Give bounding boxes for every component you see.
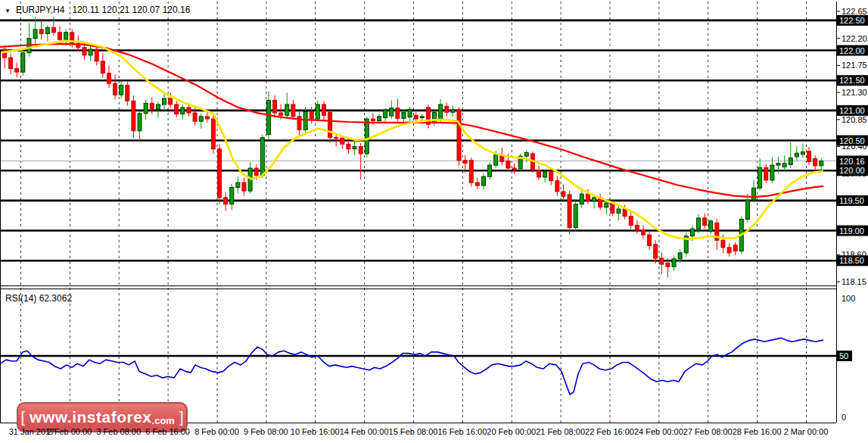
chart-dropdown-icon[interactable]: ▼	[5, 8, 11, 14]
chart-title: ▼ EURJPY,H4 120.11 120.21 120.07 120.16	[5, 5, 190, 15]
candle-body	[641, 230, 645, 235]
candle-body	[322, 105, 325, 115]
price-axis-badges[interactable]: 122.50122.00121.50121.00120.50120.00119.…	[837, 15, 868, 266]
rsi-tick-label: 0	[842, 413, 846, 422]
candle-body	[150, 103, 154, 109]
candle-body	[371, 119, 375, 120]
price-badge-label: 121.50	[839, 76, 865, 85]
candle-body	[39, 30, 43, 34]
candle-body	[481, 176, 485, 186]
candle-body	[402, 112, 406, 118]
candle-body	[101, 61, 104, 73]
candle-body	[580, 194, 583, 204]
candle-body	[654, 245, 658, 258]
candle-body	[666, 263, 670, 267]
candle-body	[384, 110, 387, 117]
candle-body	[660, 258, 664, 264]
rsi-indicator-label: RSI(14) 62.3062	[5, 293, 72, 304]
candle-body	[114, 83, 117, 95]
candle-body	[120, 86, 123, 95]
candle-body	[266, 100, 270, 134]
candle-body	[378, 117, 381, 121]
price-tick-label: 118.15	[842, 277, 866, 286]
candle-body	[254, 168, 258, 176]
candle-body	[814, 158, 817, 166]
candle-body	[51, 27, 55, 32]
candle-body	[303, 111, 307, 129]
candle-body	[703, 218, 707, 226]
candle-body	[162, 98, 166, 105]
candle-body	[347, 144, 350, 148]
candle-body	[89, 49, 92, 55]
candle-body	[211, 119, 215, 149]
candle-body	[359, 146, 362, 154]
candle-body	[439, 105, 443, 120]
candle-body	[445, 106, 449, 112]
candle-body	[205, 117, 209, 119]
candle-body	[696, 218, 700, 229]
price-tick-label: 122.65	[842, 7, 867, 16]
price-badge-label: 120.50	[839, 136, 865, 145]
candle-body	[260, 138, 264, 176]
candle-body	[21, 53, 25, 72]
candle-body	[126, 86, 129, 101]
symbol-timeframe-label: EURJPY,H4	[16, 5, 64, 15]
candle-body	[224, 198, 228, 204]
candle-body	[709, 221, 713, 231]
candle-body	[506, 161, 510, 169]
logo-bracket-left: [	[21, 409, 26, 426]
candle-body	[230, 187, 234, 204]
candle-body	[776, 164, 780, 165]
candle-body	[807, 151, 811, 161]
price-chart-canvas[interactable]: 122.65122.20121.75121.30120.85120.40119.…	[0, 0, 868, 443]
candle-body	[678, 253, 682, 259]
candle-body	[193, 113, 197, 121]
candle-body	[365, 119, 369, 154]
candle-body	[690, 229, 694, 236]
candle-body	[242, 183, 246, 191]
candle-body	[648, 235, 652, 245]
candle-body	[549, 172, 553, 181]
ma-slow-layer	[0, 44, 823, 197]
candle-body	[132, 101, 135, 131]
candle-body	[390, 108, 394, 116]
candle-body	[181, 108, 185, 114]
price-badge-label: 119.00	[839, 226, 864, 236]
candle-body	[593, 198, 596, 201]
candle-body	[316, 105, 319, 119]
chart-window: 122.65122.20121.75121.30120.85120.40119.…	[0, 0, 868, 443]
candle-body	[95, 49, 98, 61]
price-badge-label: 122.00	[839, 46, 865, 55]
candle-body	[764, 167, 768, 180]
candle-body	[9, 58, 13, 68]
candle-body	[574, 204, 577, 228]
price-badge-label: 119.50	[839, 196, 864, 205]
candle-body	[629, 217, 633, 226]
candle-body	[144, 103, 148, 113]
candle-body	[586, 194, 590, 201]
logo-text: www.instaforex	[30, 408, 151, 426]
candle-body	[58, 33, 62, 40]
instaforex-logo: [ www.instaforex .com ]	[17, 402, 188, 432]
candle-body	[789, 158, 792, 165]
rsi-tick-label: 100	[842, 294, 855, 303]
candle-body	[451, 110, 455, 112]
price-badge-label: 122.50	[839, 16, 865, 25]
price-tick-label: 121.75	[842, 61, 867, 70]
price-badge-label: 120.16	[839, 157, 865, 166]
candle-body	[64, 33, 68, 40]
candle-body	[15, 68, 19, 72]
candle-body	[457, 110, 461, 161]
candle-body	[801, 152, 804, 154]
candle-body	[475, 183, 479, 186]
candle-body	[635, 225, 639, 229]
candle-body	[279, 113, 283, 115]
ma-slow-red-line	[0, 44, 823, 197]
candle-body	[524, 152, 528, 156]
candle-body	[623, 209, 627, 217]
candle-body	[463, 161, 467, 164]
candle-body	[469, 161, 473, 183]
rsi-layer	[0, 338, 823, 395]
candle-body	[752, 188, 756, 200]
price-badge-label: 50	[839, 351, 848, 360]
